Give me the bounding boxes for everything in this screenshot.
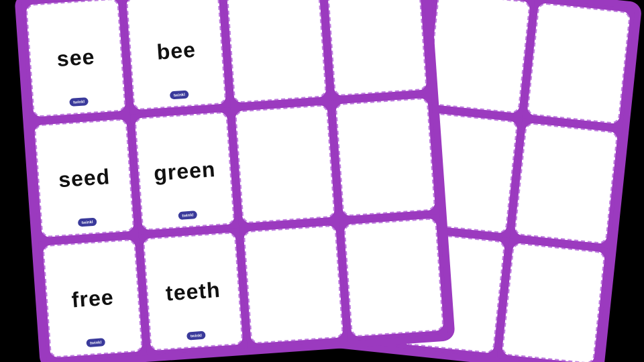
card-container xyxy=(510,118,623,249)
card-empty xyxy=(502,243,606,362)
card-free: free twinkl xyxy=(42,239,142,358)
brand-logo: twinkl xyxy=(186,331,206,341)
card-empty xyxy=(514,123,618,245)
card-container xyxy=(222,0,331,107)
card-container xyxy=(339,214,448,341)
card-container: free twinkl xyxy=(38,235,147,362)
logo-text: twinkl xyxy=(182,213,193,217)
brand-logo: twinkl xyxy=(86,338,105,347)
brand-logo: twinkl xyxy=(69,97,89,107)
card-empty xyxy=(527,3,631,125)
card-word: see xyxy=(56,44,96,72)
card-word: seed xyxy=(58,164,111,192)
card-empty xyxy=(235,105,335,223)
card-empty xyxy=(227,0,327,103)
card-green: green twinkl xyxy=(134,112,234,231)
card-see: see twinkl xyxy=(25,0,125,117)
logo-text: twinkl xyxy=(191,333,202,338)
card-empty xyxy=(335,98,435,217)
logo-text: twinkl xyxy=(81,220,93,225)
card-container xyxy=(331,93,439,221)
card-container xyxy=(231,101,339,228)
card-empty xyxy=(427,0,531,114)
card-empty xyxy=(327,0,427,96)
card-container xyxy=(422,0,535,118)
card-word: free xyxy=(71,285,115,312)
card-container xyxy=(239,221,347,348)
card-word: teeth xyxy=(165,277,221,306)
brand-logo: twinkl xyxy=(78,218,97,227)
card-container: seed twinkl xyxy=(30,115,138,242)
card-bee: bee twinkl xyxy=(126,0,226,110)
brand-logo: twinkl xyxy=(170,90,189,100)
logo-text: twinkl xyxy=(73,99,85,104)
card-teeth: teeth twinkl xyxy=(143,232,243,351)
card-empty xyxy=(343,218,443,337)
card-empty xyxy=(244,225,343,344)
card-container: teeth twinkl xyxy=(139,228,248,355)
logo-text: twinkl xyxy=(174,93,185,97)
card-container: see twinkl xyxy=(21,0,130,121)
logo-text: twinkl xyxy=(90,341,101,345)
card-container: green twinkl xyxy=(130,107,239,235)
flashcard-sheet-front: see twinkl bee twinkl seed twinkl xyxy=(14,0,455,362)
card-word: green xyxy=(153,157,216,186)
card-container xyxy=(323,0,431,101)
card-container: bee twinkl xyxy=(122,0,231,115)
card-container xyxy=(523,0,635,129)
card-container xyxy=(497,238,610,362)
brand-logo: twinkl xyxy=(178,210,197,220)
card-seed: seed twinkl xyxy=(34,119,134,237)
card-word: bee xyxy=(156,37,197,64)
